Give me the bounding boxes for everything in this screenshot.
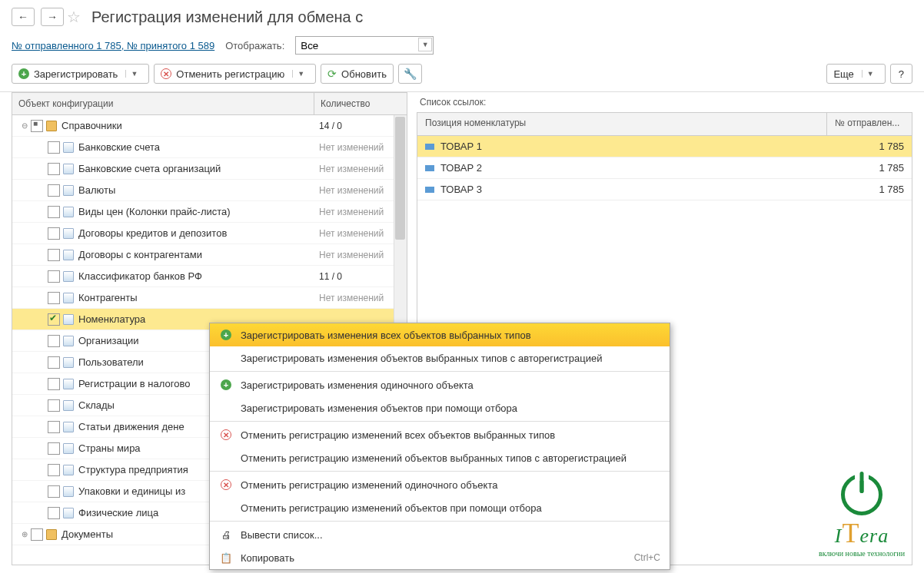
catalog-icon <box>63 508 74 518</box>
checkbox[interactable] <box>48 249 60 261</box>
menu-separator <box>210 371 670 372</box>
menu-item[interactable]: ✕Отменить регистрацию изменений всех объ… <box>210 423 670 446</box>
catalog-icon <box>63 379 74 389</box>
tree-row[interactable]: Классификатор банков РФ11 / 0 <box>12 266 407 287</box>
tree-row-count: Нет изменений <box>319 207 404 217</box>
checkbox[interactable] <box>48 141 60 154</box>
refresh-icon: ⟳ <box>327 68 337 80</box>
checkbox[interactable] <box>48 442 60 455</box>
catalog-icon <box>63 422 74 432</box>
tree-row-label: Договоры кредитов и депозитов <box>78 227 319 239</box>
tree-row[interactable]: ВалютыНет изменений <box>12 180 407 201</box>
tree-row[interactable]: Банковские счетаНет изменений <box>12 137 407 158</box>
tree-row[interactable]: Договоры с контрагентамиНет изменений <box>12 244 407 266</box>
checkbox[interactable] <box>48 399 60 412</box>
gear-icon: 🔧 <box>404 68 417 80</box>
tree-row-count: Нет изменений <box>319 228 404 239</box>
tree-col-object[interactable]: Объект конфигурации <box>12 93 314 114</box>
nav-forward-button[interactable]: → <box>41 8 64 26</box>
copy-icon: 📋 <box>220 552 232 564</box>
menu-item-label: Отменить регистрацию изменений всех объе… <box>241 429 660 441</box>
tree-row[interactable]: Банковские счета организацийНет изменени… <box>12 158 407 180</box>
display-select[interactable] <box>295 36 434 55</box>
checkbox[interactable] <box>31 120 43 132</box>
menu-item[interactable]: 📋КопироватьCtrl+C <box>210 546 670 569</box>
logo: IТera включи новые технологии <box>819 474 905 558</box>
menu-item-label: Отменить регистрацию изменений одиночног… <box>241 479 660 491</box>
catalog-icon <box>63 357 74 368</box>
tree-row-count: Нет изменений <box>319 185 404 196</box>
select-dropdown-arrow-icon[interactable]: ▼ <box>418 38 432 51</box>
checkbox[interactable] <box>48 184 60 197</box>
tree-row-label: Банковские счета <box>78 141 319 153</box>
tree-row-label: Договоры с контрагентами <box>78 249 319 260</box>
checkbox[interactable] <box>48 421 60 433</box>
favorite-star-icon[interactable]: ☆ <box>67 8 81 26</box>
checkbox[interactable] <box>48 292 60 304</box>
checkbox[interactable] <box>48 206 60 218</box>
catalog-icon <box>63 185 74 196</box>
tree-row-label: Виды цен (Колонки прайс-листа) <box>78 206 319 217</box>
checkbox[interactable] <box>48 485 60 498</box>
plus-icon: + <box>221 330 231 340</box>
checkbox[interactable] <box>48 335 60 347</box>
tree-row-label: Банковские счета организаций <box>78 163 319 174</box>
tree-row[interactable]: ⊖Справочники14 / 0 <box>12 115 407 137</box>
catalog-icon <box>63 142 74 153</box>
help-button[interactable]: ? <box>890 64 912 84</box>
catalog-icon <box>63 443 74 454</box>
menu-item[interactable]: ✕Отменить регистрацию изменений одиночно… <box>210 473 670 496</box>
more-button[interactable]: Еще ▼ <box>826 64 885 84</box>
menu-item[interactable]: +Зарегистрировать изменения одиночного о… <box>210 373 670 396</box>
catalog-icon <box>63 250 74 260</box>
checkbox[interactable] <box>31 528 43 541</box>
checkbox[interactable] <box>48 464 60 476</box>
expand-icon[interactable]: ⊕ <box>18 530 31 538</box>
checkbox[interactable] <box>48 313 60 326</box>
nav-back-button[interactable]: ← <box>12 8 35 26</box>
scrollbar-thumb[interactable] <box>395 117 405 240</box>
refresh-button[interactable]: ⟳ Обновить <box>321 64 394 84</box>
cancel-dropdown-icon[interactable]: ▼ <box>292 70 309 78</box>
menu-item[interactable]: Зарегистрировать изменения объектов выбр… <box>210 346 670 369</box>
register-button[interactable]: + Зарегистрировать ▼ <box>12 64 149 84</box>
menu-item-label: Копировать <box>241 552 627 564</box>
sent-received-link[interactable]: № отправленного 1 785, № принятого 1 589 <box>12 40 214 51</box>
menu-item[interactable]: Отменить регистрацию изменений объектов … <box>210 446 670 469</box>
menu-item[interactable]: 🖨Вывести список... <box>210 523 670 546</box>
cancel-registration-button[interactable]: ✕ Отменить регистрацию ▼ <box>154 64 316 84</box>
links-col-position[interactable]: Позиция номенклатуры <box>417 113 827 135</box>
expand-icon[interactable]: ⊖ <box>18 121 31 130</box>
item-name: ТОВАР 2 <box>440 162 482 174</box>
tree-row[interactable]: Виды цен (Колонки прайс-листа)Нет измене… <box>12 201 407 223</box>
menu-item[interactable]: Отменить регистрацию изменений объектов … <box>210 496 670 519</box>
item-name: ТОВАР 1 <box>440 141 482 152</box>
checkbox[interactable] <box>48 227 60 240</box>
tree-col-count[interactable]: Количество <box>314 98 407 109</box>
checkbox[interactable] <box>48 270 60 283</box>
page-title: Регистрация изменений для обмена с <box>91 8 363 26</box>
menu-item-label: Зарегистрировать изменения всех объектов… <box>241 330 660 341</box>
checkbox[interactable] <box>48 378 60 390</box>
tree-row-count: 11 / 0 <box>319 271 404 282</box>
table-row[interactable]: ТОВАР 11 785 <box>417 136 912 157</box>
tree-row[interactable]: КонтрагентыНет изменений <box>12 287 407 309</box>
table-row[interactable]: ТОВАР 31 785 <box>417 179 912 200</box>
checkbox[interactable] <box>48 163 60 175</box>
register-dropdown-icon[interactable]: ▼ <box>125 70 142 78</box>
display-label: Отображать: <box>225 40 284 51</box>
checkbox[interactable] <box>48 507 60 519</box>
more-dropdown-icon[interactable]: ▼ <box>862 70 879 78</box>
menu-item-label: Зарегистрировать изменения объектов выбр… <box>241 353 660 364</box>
menu-separator <box>210 471 670 472</box>
table-row[interactable]: ТОВАР 21 785 <box>417 157 912 179</box>
tree-row[interactable]: Договоры кредитов и депозитовНет изменен… <box>12 223 407 244</box>
settings-button[interactable]: 🔧 <box>398 64 422 84</box>
catalog-icon <box>63 314 74 325</box>
plus-icon: + <box>221 379 231 390</box>
menu-item[interactable]: Зарегистрировать изменения объектов при … <box>210 396 670 419</box>
menu-item[interactable]: +Зарегистрировать изменения всех объекто… <box>210 323 670 346</box>
menu-shortcut: Ctrl+C <box>634 552 660 563</box>
checkbox[interactable] <box>48 356 60 369</box>
links-col-sent[interactable]: № отправлен... <box>827 113 912 135</box>
